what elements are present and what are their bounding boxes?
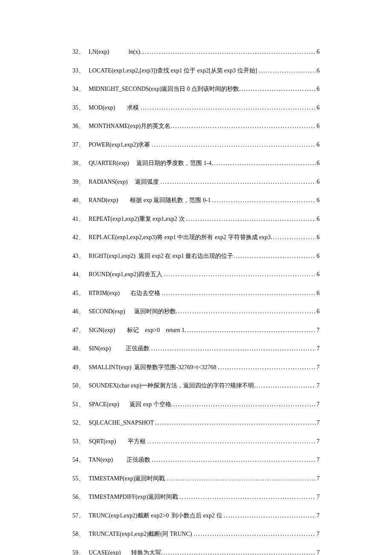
toc-text: SOUNDEX(char exp)一种探测方法，返回四位的字符??规律不明	[89, 382, 254, 390]
toc-text: LN(exp) ln(x)	[89, 49, 140, 55]
toc-entry: 40、RAND(exp) 根据 exp 返回随机数，范围 0-1 6	[72, 197, 320, 204]
toc-entry: 38、QUARTER(exp) 返回日期的季度数，范围 1-46	[72, 159, 320, 167]
toc-entry: 57、TRUNC(exp1,exp2)截断 exp2>0 到小数点后 exp2 …	[72, 512, 320, 520]
toc-text: REPLACE(exp1,exp2,exp3)将 exp1 中出现的所有 exp…	[89, 234, 271, 241]
toc-page-number: 7	[316, 549, 320, 555]
toc-entry: 45、RTRIM(exp) 右边去空格 6	[72, 289, 320, 297]
toc-entry: 46、SECOND(exp) 返回时间的秒数6	[72, 308, 320, 315]
toc-page-number: 6	[316, 290, 320, 297]
toc-entry: 48、SIN(exp) 正弦函数 7	[72, 345, 320, 353]
toc-leader-dots	[271, 234, 316, 241]
toc-number: 53、	[72, 438, 89, 445]
toc-page-number: 6	[316, 271, 320, 278]
toc-number: 42、	[72, 234, 89, 241]
toc-leader-dots	[259, 67, 316, 74]
toc-page-number: 6	[316, 104, 320, 111]
toc-leader-dots	[184, 327, 316, 334]
toc-number: 32、	[72, 48, 89, 56]
toc-entry: 35、MOD(exp) 求模 6	[72, 104, 320, 112]
toc-entry: 44、ROUND(exp1,exp2)四舍五入 6	[72, 271, 320, 278]
toc-entry: 37、POWER(exp1,exp2)求幂 6	[72, 141, 320, 149]
toc-text: RIGHT(exp1,exp2) 返回 exp2 在 exp1 最右边出现的位子	[89, 252, 233, 260]
toc-number: 46、	[72, 308, 89, 315]
toc-text: REPEAT(exp1,exp2)重复 exp1,exp2 次	[89, 215, 186, 223]
toc-text: POWER(exp1,exp2)求幂	[89, 141, 152, 149]
toc-number: 44、	[72, 271, 89, 278]
toc-text: SPACE(exp) 返回 exp 个空格	[89, 401, 171, 408]
toc-number: 48、	[72, 345, 89, 353]
toc-page-number: 6	[316, 179, 320, 185]
toc-leader-dots	[233, 253, 316, 260]
toc-entry: 55、TIMESTAMP(exp)返回时间戳 7	[72, 475, 320, 483]
toc-page-number: 7	[316, 364, 320, 371]
toc-page-number: 7	[316, 457, 320, 463]
toc-text: SQRT(exp) 平方根	[89, 438, 147, 445]
toc-number: 40、	[72, 197, 89, 204]
toc-page-number: 6	[316, 216, 320, 223]
toc-leader-dots	[161, 549, 316, 555]
toc-leader-dots	[156, 419, 316, 426]
toc-text: TAN(exp) 正弦函数	[89, 456, 152, 464]
toc-entry: 43、RIGHT(exp1,exp2) 返回 exp2 在 exp1 最右边出现…	[72, 252, 320, 260]
toc-number: 36、	[72, 122, 89, 130]
toc-text: MOD(exp) 求模	[89, 104, 141, 112]
toc-entry: 49、SMALLINT(exp) 返回整数字范围-32769>t<32768 7	[72, 364, 320, 371]
toc-page-number: 7	[316, 419, 320, 426]
toc-number: 59、	[72, 549, 89, 555]
toc-number: 47、	[72, 327, 89, 334]
toc-text: RAND(exp) 根据 exp 返回随机数，范围 0-1	[89, 197, 212, 204]
toc-number: 34、	[72, 85, 89, 93]
toc-number: 58、	[72, 530, 89, 538]
document-page: 32、LN(exp) ln(x)633、LOCATE(exp1,exp2,[ex…	[0, 0, 392, 555]
toc-number: 52、	[72, 419, 89, 427]
toc-leader-dots	[186, 216, 316, 223]
toc-entry: 47、SIGN(exp) 标记 exp>0 return 17	[72, 327, 320, 334]
toc-page-number: 7	[316, 382, 320, 389]
toc-text: TRUNCATE(exp1,exp2)截断(同 TRUNC)	[89, 530, 193, 538]
toc-leader-dots	[218, 364, 316, 371]
toc-page-number: 6	[316, 49, 320, 55]
toc-page-number: 6	[316, 160, 320, 167]
toc-number: 43、	[72, 252, 89, 260]
toc-text: TRUNC(exp1,exp2)截断 exp2>0 到小数点后 exp2 位	[89, 512, 224, 520]
toc-page-number: 7	[316, 327, 320, 334]
toc-number: 38、	[72, 159, 89, 167]
toc-text: ROUND(exp1,exp2)四舍五入	[89, 271, 164, 278]
toc-entry: 34、MIDNIGHT_SECONDS(exp)返回当日 0 点到该时间的秒数6	[72, 85, 320, 93]
toc-page-number: 7	[316, 345, 320, 352]
toc-entry: 56、TIMESTAMPDIFF(exp)返回时间戳 7	[72, 493, 320, 501]
toc-number: 55、	[72, 475, 89, 483]
toc-leader-dots	[212, 197, 316, 204]
toc-number: 41、	[72, 215, 89, 223]
toc-page-number: 7	[316, 475, 320, 482]
toc-text: RADIANS(exp) 返回弧度	[89, 178, 161, 186]
toc-number: 49、	[72, 364, 89, 371]
toc-page-number: 6	[316, 234, 320, 241]
toc-page-number: 7	[316, 494, 320, 500]
toc-entry: 50、SOUNDEX(char exp)一种探测方法，返回四位的字符??规律不明…	[72, 382, 320, 390]
toc-page-number: 6	[316, 123, 320, 130]
toc-text: MONTHNAME(exp)月的英文名	[89, 122, 170, 130]
toc-leader-dots	[171, 401, 316, 408]
toc-leader-dots	[254, 382, 316, 389]
toc-leader-dots	[161, 179, 316, 185]
toc-page-number: 6	[316, 67, 320, 74]
toc-leader-dots	[176, 308, 316, 315]
toc-text: MIDNIGHT_SECONDS(exp)返回当日 0 点到该时间的秒数	[89, 85, 239, 93]
toc-entry: 54、TAN(exp) 正弦函数 7	[72, 456, 320, 464]
toc-entry: 58、TRUNCATE(exp1,exp2)截断(同 TRUNC) 7	[72, 530, 320, 538]
toc-entry: 52、SQLCACHE_SNAPSHOT 7	[72, 419, 320, 427]
toc-number: 57、	[72, 512, 89, 520]
toc-text: RTRIM(exp) 右边去空格	[89, 289, 161, 297]
toc-number: 35、	[72, 104, 89, 112]
toc-leader-dots	[152, 457, 316, 463]
toc-page-number: 6	[316, 86, 320, 92]
toc-text: SIN(exp) 正弦函数	[89, 345, 151, 353]
toc-leader-dots	[224, 512, 316, 519]
toc-leader-dots	[151, 345, 316, 352]
toc-number: 39、	[72, 178, 89, 186]
toc-entry: 36、MONTHNAME(exp)月的英文名6	[72, 122, 320, 130]
toc-text: LOCATE(exp1,exp2,[exp3])查找 exp1 位于 exp2[…	[89, 67, 259, 75]
toc-leader-dots	[141, 104, 316, 111]
toc-text: QUARTER(exp) 返回日期的季度数，范围 1-4	[89, 159, 211, 167]
